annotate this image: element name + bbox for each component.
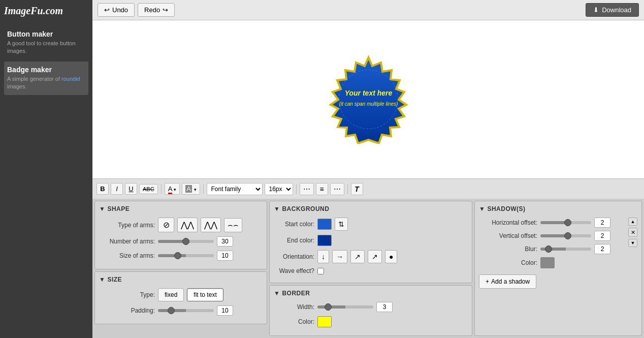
separator-2 <box>203 184 204 194</box>
bg-color-button[interactable]: A ▾ <box>182 183 200 195</box>
size-of-arms-slider[interactable] <box>158 254 214 257</box>
shadow-panel: ▼ Shadow(s) Horizontal offset: 2 Vertica… <box>474 201 642 336</box>
type-of-arms-label: Type of arms: <box>99 222 155 229</box>
border-panel: ▼ Border Width: 3 Color: <box>269 285 472 336</box>
vertical-offset-label: Vertical offset: <box>479 232 537 239</box>
logo[interactable]: ImageFu.com <box>4 5 88 17</box>
number-of-arms-slider[interactable] <box>158 240 214 243</box>
orient-diag1[interactable]: ↗ <box>350 250 365 263</box>
size-type-fit-to-text[interactable]: fit to text <box>187 288 223 301</box>
horizontal-offset-label: Horizontal offset: <box>479 219 537 226</box>
end-color-label: End color: <box>274 237 314 244</box>
shadow-up-button[interactable]: ▲ <box>628 218 637 226</box>
shadow-collapse-arrow[interactable]: ▼ <box>479 205 485 212</box>
canvas-preview: Your text here (it can span multiple lin… <box>92 20 644 178</box>
font-size-select[interactable]: 16px 12px 14px 18px 24px <box>265 183 293 195</box>
border-width-slider[interactable] <box>317 305 373 309</box>
border-color-swatch[interactable] <box>317 316 332 327</box>
shadow-down-button[interactable]: ▼ <box>628 239 637 247</box>
redo-label: Redo <box>144 6 160 14</box>
end-color-row: End color: <box>274 235 468 246</box>
orient-right[interactable]: → <box>332 250 347 263</box>
wave-effect-checkbox[interactable] <box>317 268 324 274</box>
blur-slider[interactable] <box>540 248 591 251</box>
border-color-row: Color: <box>274 316 468 327</box>
topbar-left: ↩ Undo Redo ↪ <box>98 3 175 17</box>
orient-down[interactable]: ↓ <box>317 250 329 263</box>
bg-color-icon: A <box>185 185 192 193</box>
size-type-fixed[interactable]: fixed <box>158 288 184 301</box>
orient-diag2[interactable]: ↗ <box>368 250 382 263</box>
svg-text:(it can span multiple lines): (it can span multiple lines) <box>339 101 398 107</box>
svg-marker-0 <box>331 57 406 143</box>
arm-type-3[interactable]: ⌢⌢ <box>224 218 242 232</box>
separator-3 <box>296 184 297 194</box>
align-center-button[interactable]: ≡ <box>316 183 328 195</box>
horizontal-offset-slider[interactable] <box>540 221 591 224</box>
shape-panel-header: ▼ Shape <box>99 205 263 212</box>
italic-button[interactable]: I <box>111 183 123 195</box>
redo-button[interactable]: Redo ↪ <box>138 3 175 17</box>
vertical-offset-row: Vertical offset: 2 <box>479 231 624 241</box>
strikethrough-button[interactable]: ABC <box>139 184 158 194</box>
horizontal-offset-row: Horizontal offset: 2 <box>479 218 624 228</box>
wave-effect-label: Wave effect? <box>274 267 314 274</box>
undo-button[interactable]: ↩ Undo <box>98 3 135 17</box>
border-collapse-arrow[interactable]: ▼ <box>274 290 280 297</box>
arm-type-1[interactable]: ⋀⋀ <box>177 218 198 232</box>
download-icon: ⬇ <box>593 6 599 14</box>
align-left-button[interactable]: ⋯ <box>300 183 314 195</box>
shadow-close-button[interactable]: ✕ <box>628 228 637 237</box>
shadow-panel-title: Shadow(s) <box>487 205 525 212</box>
size-collapse-arrow[interactable]: ▼ <box>99 276 105 283</box>
vertical-offset-value: 2 <box>594 231 610 241</box>
sidebar-item-button-maker[interactable]: Button maker A good tool to create butto… <box>4 26 88 59</box>
number-of-arms-row: Number of arms: 30 <box>99 236 263 247</box>
font-color-button[interactable]: A ▾ <box>165 183 180 195</box>
arm-type-none[interactable]: ⊘ <box>158 218 174 232</box>
size-type-row: Type: fixed fit to text <box>99 288 263 301</box>
size-panel-header: ▼ Size <box>99 276 263 283</box>
padding-value: 10 <box>217 305 233 316</box>
download-label: Download <box>602 6 631 14</box>
start-color-label: Start color: <box>274 221 314 228</box>
background-collapse-arrow[interactable]: ▼ <box>274 205 280 212</box>
padding-slider[interactable] <box>158 309 214 312</box>
start-color-swatch[interactable] <box>317 219 332 230</box>
add-shadow-label: Add a shadow <box>491 278 530 285</box>
background-panel: ▼ Background Start color: ⇅ End color: O… <box>269 201 472 283</box>
shape-panel-title: Shape <box>107 205 130 212</box>
badge-svg: Your text here (it can span multiple lin… <box>324 55 413 144</box>
vertical-offset-slider[interactable] <box>540 234 591 237</box>
swap-colors-button[interactable]: ⇅ <box>335 218 348 231</box>
shadow-color-row: Color: <box>479 257 624 268</box>
blur-label: Blur: <box>479 245 537 253</box>
shape-collapse-arrow[interactable]: ▼ <box>99 205 105 212</box>
bold-button[interactable]: B <box>96 183 109 195</box>
orient-radial[interactable]: ● <box>385 250 397 263</box>
redo-icon: ↪ <box>163 6 168 14</box>
text-toolbar: B I U ABC A ▾ A ▾ Font family Arial Time… <box>92 178 644 199</box>
border-panel-header: ▼ Border <box>274 290 468 297</box>
background-panel-header: ▼ Background <box>274 205 468 212</box>
border-width-row: Width: 3 <box>274 302 468 312</box>
canvas-area: Your text here (it can span multiple lin… <box>92 20 644 199</box>
size-panel: ▼ Size Type: fixed fit to text Padding: … <box>94 271 267 324</box>
download-button[interactable]: ⬇ Download <box>586 3 639 17</box>
end-color-swatch[interactable] <box>317 235 332 246</box>
text-style-button[interactable]: T <box>351 183 363 195</box>
wave-effect-row: Wave effect? <box>274 267 468 274</box>
underline-button[interactable]: U <box>125 183 137 195</box>
add-shadow-button[interactable]: + Add a shadow <box>479 274 536 289</box>
shadow-color-label: Color: <box>479 259 537 266</box>
font-family-select[interactable]: Font family Arial Times New Roman Courie… <box>207 183 263 195</box>
sidebar-item-badge-maker[interactable]: Badge maker A simple generator of rounde… <box>4 62 88 95</box>
add-shadow-plus-icon: + <box>486 278 489 285</box>
padding-label: Padding: <box>99 307 155 314</box>
shadow-color-swatch[interactable] <box>540 257 555 268</box>
arm-type-2[interactable]: ⋀⋀ <box>201 218 221 232</box>
undo-label: Undo <box>112 6 128 14</box>
align-right-button[interactable]: ⋯ <box>330 183 344 195</box>
sidebar-item-desc: A good tool to create button images. <box>7 40 85 55</box>
border-panel-title: Border <box>282 290 310 297</box>
